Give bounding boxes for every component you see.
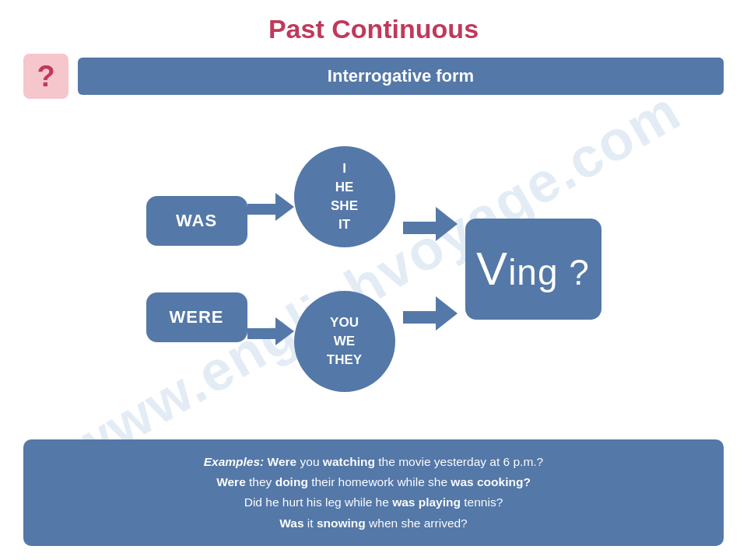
interrogative-label: Interrogative form (328, 66, 474, 86)
pronoun-we: WE (334, 333, 355, 350)
examples-box: Examples: Were you watching the movie ye… (23, 439, 724, 546)
left-col: WAS WERE (146, 196, 247, 342)
page-title: Past Continuous (23, 14, 724, 44)
page-content: Past Continuous ? Interrogative form WAS… (0, 0, 747, 560)
was-cooking-bold: was cooking? (451, 475, 531, 488)
was-bold-4: Was (279, 516, 303, 530)
question-box: ? (23, 54, 68, 99)
examples-italic-label: Examples: (204, 455, 268, 468)
middle-col: I HE SHE IT YOU WE THEY (294, 146, 395, 392)
ving-text: Ving ? (476, 242, 590, 296)
diagram-area: WAS WERE I HE SHE IT YOU WE THEY (23, 108, 724, 430)
ving-v: V (476, 243, 508, 295)
pronoun-circle-2: YOU WE THEY (294, 291, 395, 392)
were-label: WERE (170, 307, 224, 327)
were-box: WERE (146, 292, 247, 342)
arrows-col-1 (247, 196, 294, 342)
pronoun-i: I (342, 160, 346, 177)
pronoun-you: YOU (330, 314, 359, 331)
were-bold-1: Were (268, 455, 297, 468)
was-label: WAS (176, 211, 217, 231)
ving-rest: ing ? (508, 252, 590, 292)
arrow-circle2-to-ving (403, 300, 458, 327)
interrogative-banner: Interrogative form (78, 58, 724, 95)
watching-bold: watching (323, 455, 375, 468)
were-bold-2: Were (216, 475, 246, 488)
arrow-were-to-circle2 (247, 320, 294, 342)
snowing-bold: snowing (317, 516, 366, 530)
pronoun-he: HE (335, 179, 354, 196)
pronoun-she: SHE (331, 198, 358, 215)
example-line-1: Examples: Were you watching the movie ye… (42, 452, 705, 472)
header-row: ? Interrogative form (23, 54, 724, 99)
was-playing-bold: was playing (392, 495, 461, 509)
arrow-was-to-circle1 (247, 196, 294, 218)
pronoun-circle-1: I HE SHE IT (294, 146, 395, 247)
pronoun-it: IT (338, 216, 350, 233)
example-line-2: Were they doing their homework while she… (42, 472, 705, 492)
doing-bold: doing (275, 475, 308, 488)
was-box: WAS (146, 196, 247, 246)
example-line-4: Was it snowing when she arrived? (42, 513, 705, 534)
pronoun-they: THEY (327, 352, 362, 369)
arrow-circle1-to-ving (403, 211, 458, 238)
example-line-3: Did he hurt his leg while he was playing… (42, 492, 705, 513)
question-mark-icon: ? (37, 60, 54, 93)
ving-box: Ving ? (465, 219, 601, 320)
